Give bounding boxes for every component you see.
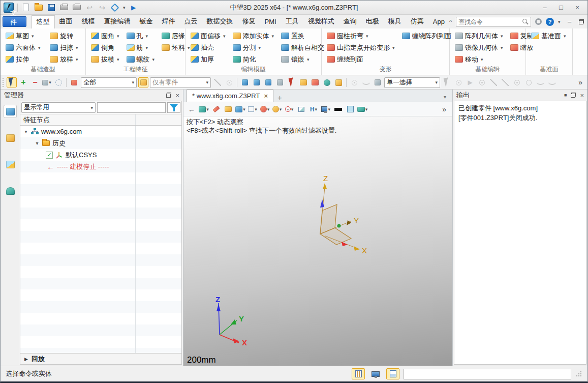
cylindrical-bend-button[interactable]: 圆柱折弯▾	[325, 30, 396, 42]
solid-view-icon[interactable]: ▾	[235, 104, 245, 114]
feature-tree-icon[interactable]	[4, 105, 17, 118]
tab-wireframe[interactable]: 线框	[77, 15, 100, 28]
wrap-pattern-to-face-button[interactable]: 缠绕阵列到面	[400, 30, 453, 42]
spline-icon[interactable]	[535, 77, 545, 87]
loft-button[interactable]: 放样▾	[48, 53, 82, 65]
help-icon[interactable]: ?	[546, 18, 554, 26]
thicken-button[interactable]: 加厚	[189, 53, 227, 65]
tree-row-history[interactable]: ▾ 历史	[20, 137, 181, 149]
csys-checkbox[interactable]: ✓	[46, 152, 53, 159]
tree-row-csys[interactable]: ✓ 默认CSYS	[20, 149, 181, 161]
cursor-icon[interactable]	[442, 77, 452, 87]
pick-add-icon[interactable]: ▾	[42, 77, 52, 87]
chain-row-icon[interactable]	[212, 77, 223, 87]
document-tab[interactable]: * www.x6g.com.Z3PRT ×	[187, 90, 273, 102]
circle-view-icon[interactable]: ▾	[272, 104, 282, 114]
hole-button[interactable]: 孔▾	[125, 30, 157, 42]
manager-close-button[interactable]: ×	[175, 92, 179, 99]
replace-button[interactable]: 置换	[280, 30, 326, 42]
wireframe-view-icon[interactable]: ▾	[247, 104, 258, 114]
face-offset-button[interactable]: 面偏移▾	[189, 30, 227, 42]
toolbar-drag-grip[interactable]	[3, 78, 5, 87]
circle-center-icon[interactable]	[512, 77, 522, 87]
extrude-button[interactable]: 拉伸	[4, 53, 44, 65]
command-search-input[interactable]	[458, 18, 522, 25]
lasso-icon[interactable]	[53, 77, 64, 87]
exit-icon[interactable]: ←	[187, 104, 197, 114]
help-dropdown[interactable]: ▾	[558, 19, 561, 24]
image-view-icon[interactable]	[4, 158, 17, 171]
settings-gear-icon[interactable]	[535, 18, 542, 25]
tab-visual-style[interactable]: 视觉样式	[303, 15, 339, 28]
pick-edge-icon[interactable]	[263, 77, 273, 87]
material-layers-icon[interactable]: ▾	[357, 104, 367, 114]
shade-icon[interactable]	[223, 104, 233, 114]
move-button[interactable]: 移动▾	[453, 53, 505, 65]
revolve-button[interactable]: 旋转	[48, 30, 82, 42]
role-people-icon[interactable]	[4, 184, 17, 197]
tab-weldment[interactable]: 焊件	[158, 15, 180, 28]
output-log[interactable]: 已创建零件 [www.x6g.com] [零件001.Z3PRT]关闭成功.	[454, 101, 586, 365]
cursor-gear-icon[interactable]	[453, 77, 463, 87]
display-filter-combo[interactable]: 显示常用▾	[21, 102, 96, 113]
section-wheel-icon[interactable]: ▾	[260, 104, 270, 114]
mdi-minimize-button[interactable]: –	[565, 17, 575, 27]
tree-row-modeling-stop[interactable]: ← ----- 建模停止 -----	[20, 161, 181, 172]
viewport[interactable]: 按下<F2> 动态观察 <F8>或者<Shift-roll> 查找下一个有效的过…	[183, 116, 452, 366]
point-cloud-icon[interactable]	[477, 77, 487, 87]
prompt-log-icon[interactable]	[386, 368, 399, 379]
filter-all-combo[interactable]: 全部▾	[81, 77, 137, 88]
default-csys-triad[interactable]: Z Y X	[305, 174, 381, 260]
tab-electrode[interactable]: 电极	[361, 15, 384, 28]
close-button[interactable]: ×	[570, 3, 584, 13]
line-icon[interactable]	[488, 77, 499, 87]
eraser-icon[interactable]	[211, 104, 221, 114]
draft-button[interactable]: 拔模▾	[89, 53, 121, 65]
tab-point-cloud[interactable]: 点云	[180, 15, 202, 28]
rib-button[interactable]: 筋▾	[125, 42, 157, 53]
mdi-restore-button[interactable]	[579, 19, 584, 24]
globe-icon[interactable]	[322, 77, 332, 87]
print-batch-icon[interactable]	[72, 3, 81, 12]
pick-shape-icon[interactable]	[240, 77, 250, 87]
view-refresh-icon[interactable]	[110, 3, 119, 12]
new-tab-button[interactable]: +	[273, 93, 286, 102]
box-button[interactable]: 六面体▾	[4, 42, 44, 53]
tab-list-dropdown[interactable]: ▾	[441, 94, 449, 102]
command-search-box[interactable]	[456, 17, 531, 27]
black-swatch[interactable]	[333, 104, 343, 114]
tab-data-exchange[interactable]: 数据交换	[202, 15, 238, 28]
datum-plane-button[interactable]: 基准面▾	[530, 30, 569, 42]
add-solid-button[interactable]: 添加实体▾	[231, 30, 276, 42]
save-icon[interactable]	[47, 3, 56, 12]
layers-icon[interactable]	[298, 77, 308, 87]
chamfer-button[interactable]: 倒角	[89, 42, 121, 53]
target-point-icon[interactable]: ▾	[284, 104, 294, 114]
collapse-ribbon-icon[interactable]: ^	[449, 19, 452, 25]
mirror-geometry-button[interactable]: 镜像几何体▾	[453, 42, 505, 53]
visual-box-icon[interactable]	[4, 131, 17, 144]
file-menu-button[interactable]: 文件(F)	[3, 16, 26, 27]
tab-shape[interactable]: 造型	[32, 15, 55, 29]
new-file-icon[interactable]	[21, 3, 30, 12]
shell-button[interactable]: 抽壳	[189, 42, 227, 53]
pick-face-icon[interactable]	[252, 77, 262, 87]
minimize-button[interactable]: –	[538, 3, 552, 13]
column-divider[interactable]	[135, 114, 136, 125]
package-icon[interactable]	[310, 77, 320, 87]
select-highlight-icon[interactable]	[7, 77, 17, 87]
redo-icon[interactable]: ↪	[98, 3, 107, 12]
output-pin-icon[interactable]: ■	[564, 93, 567, 98]
dimension-h-icon[interactable]: H▾	[308, 104, 319, 114]
inner-square-icon[interactable]	[373, 77, 383, 87]
simplify-button[interactable]: 简化	[231, 53, 276, 65]
divide-button[interactable]: 分割▾	[231, 42, 276, 53]
wave-icon[interactable]	[547, 77, 557, 87]
pick-feature-icon[interactable]	[275, 77, 285, 87]
monitor-icon[interactable]	[369, 368, 382, 379]
fillet-button[interactable]: 圆角▾	[89, 30, 121, 42]
resolve-self-intersection-button[interactable]: 解析自相交	[280, 42, 326, 53]
sketch-button[interactable]: 草图▾	[4, 30, 44, 42]
caret-icon[interactable]: ▾	[23, 129, 28, 134]
tab-pmi[interactable]: PMI	[260, 16, 281, 28]
